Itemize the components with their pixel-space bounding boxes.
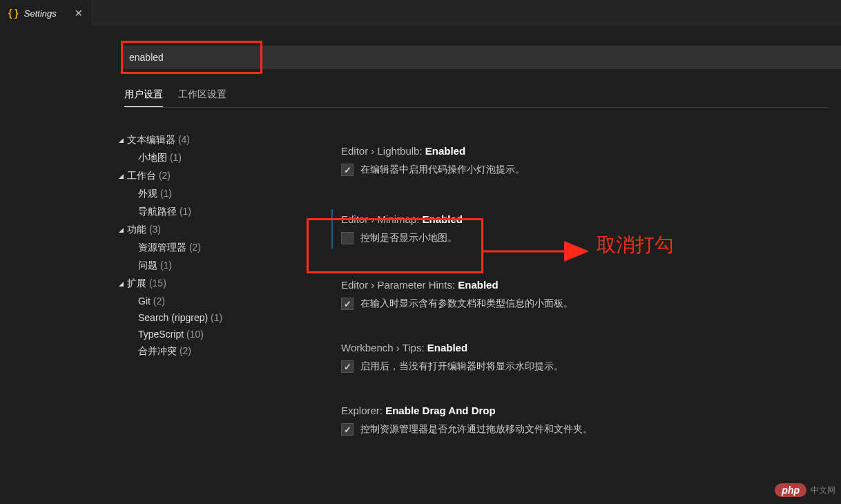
setting-desc: 启用后，当没有打开编辑器时将显示水印提示。: [360, 360, 563, 373]
checkbox-tips[interactable]: [341, 360, 354, 373]
tree-merge[interactable]: 合并冲突 (2): [110, 342, 304, 360]
chevron-down-icon: ◢: [117, 173, 124, 180]
close-icon[interactable]: ✕: [75, 8, 83, 19]
setting-desc: 控制资源管理器是否允许通过拖放移动文件和文件夹。: [360, 423, 592, 436]
checkbox-param-hints[interactable]: [341, 298, 354, 310]
checkbox-lightbulb[interactable]: [341, 164, 354, 176]
search-wrap: [121, 46, 841, 69]
watermark-text: 中文网: [811, 485, 835, 496]
tree-appearance[interactable]: 外观 (1): [110, 185, 304, 203]
tab-workspace-settings[interactable]: 工作区设置: [178, 88, 226, 107]
setting-drag-drop: Explorer: Enable Drag And Drop 控制资源管理器是否…: [331, 405, 834, 436]
tree-git[interactable]: Git (2): [110, 293, 304, 309]
settings-tree: ◢文本编辑器 (4) 小地图 (1) ◢工作台 (2) 外观 (1) 导航路径 …: [110, 131, 304, 360]
setting-title: Workbench › Tips: Enabled: [341, 342, 834, 353]
settings-search-input[interactable]: [121, 46, 841, 69]
settings-icon: { }: [8, 8, 19, 19]
tree-typescript[interactable]: TypeScript (10): [110, 326, 304, 342]
settings-list: Editor › Lightbulb: Enabled 在编辑器中启用代码操作小…: [331, 145, 834, 465]
tree-minimap[interactable]: 小地图 (1): [110, 149, 304, 167]
chevron-down-icon: ◢: [117, 226, 124, 233]
tree-breadcrumbs[interactable]: 导航路径 (1): [110, 203, 304, 221]
tree-features[interactable]: ◢功能 (3): [110, 221, 304, 239]
chevron-down-icon: ◢: [117, 280, 124, 287]
checkbox-drag-drop[interactable]: [341, 423, 354, 436]
setting-desc: 控制是否显示小地图。: [360, 232, 457, 244]
setting-title: Editor › Lightbulb: Enabled: [341, 145, 834, 157]
setting-title: Editor › Parameter Hints: Enabled: [341, 279, 834, 291]
setting-lightbulb: Editor › Lightbulb: Enabled 在编辑器中启用代码操作小…: [331, 145, 834, 176]
tab-user-settings[interactable]: 用户设置: [124, 88, 163, 107]
tree-problems[interactable]: 问题 (1): [110, 257, 304, 275]
setting-title: Editor › Minimap: Enabled: [341, 213, 834, 225]
tree-text-editor[interactable]: ◢文本编辑器 (4): [110, 131, 304, 149]
chevron-down-icon: ◢: [117, 137, 124, 144]
settings-subtabs: 用户设置 工作区设置: [124, 88, 829, 108]
checkbox-minimap[interactable]: [341, 232, 354, 244]
setting-minimap: Editor › Minimap: Enabled 控制是否显示小地图。: [331, 213, 834, 244]
setting-desc: 在编辑器中启用代码操作小灯泡提示。: [360, 164, 525, 176]
setting-title: Explorer: Enable Drag And Drop: [341, 405, 834, 416]
tab-title: Settings: [24, 8, 57, 19]
tree-workbench[interactable]: ◢工作台 (2): [110, 167, 304, 185]
tree-extensions[interactable]: ◢扩展 (15): [110, 275, 304, 293]
tab-settings[interactable]: { } Settings ✕: [0, 0, 91, 26]
setting-desc: 在输入时显示含有参数文档和类型信息的小面板。: [360, 298, 573, 310]
watermark: php 中文网: [775, 483, 835, 497]
tab-bar: { } Settings ✕: [0, 0, 841, 26]
tree-explorer[interactable]: 资源管理器 (2): [110, 239, 304, 257]
tree-search[interactable]: Search (ripgrep) (1): [110, 309, 304, 326]
setting-param-hints: Editor › Parameter Hints: Enabled 在输入时显示…: [331, 279, 834, 310]
setting-tips: Workbench › Tips: Enabled 启用后，当没有打开编辑器时将…: [331, 342, 834, 373]
watermark-pill: php: [775, 483, 806, 497]
